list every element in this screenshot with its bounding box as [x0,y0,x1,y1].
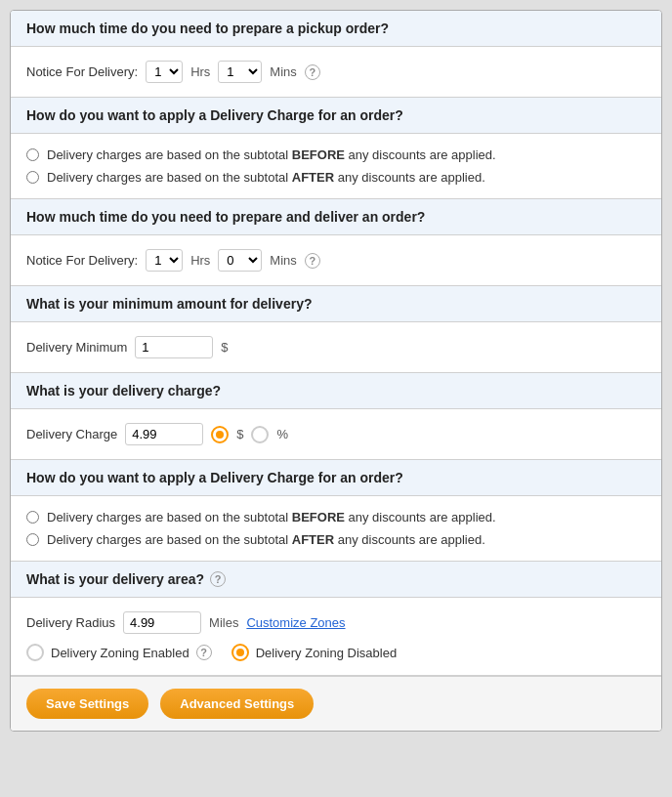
pickup-help-icon[interactable]: ? [305,64,320,80]
prepare-mins-select[interactable]: 051015 [218,249,262,272]
delivery-area-help-icon[interactable]: ? [210,571,226,587]
delivery-charge-header: What is your delivery charge? [11,373,661,409]
zoning-disabled-radio[interactable] [231,644,249,661]
charge-after-text-2: Delivery charges are based on the subtot… [47,532,485,547]
delivery-charge-section: What is your delivery charge? Delivery C… [11,373,661,460]
delivery-charge-apply-1-body: Delivery charges are based on the subtot… [11,134,661,198]
prepare-deliver-section: How much time do you need to prepare and… [11,199,661,286]
pickup-hrs-select[interactable]: 1234 [146,61,183,83]
delivery-area-section: What is your delivery area? ? Delivery R… [11,562,661,676]
delivery-charge-apply-2-section: How do you want to apply a Delivery Char… [11,460,661,562]
charge-option-before-row-1: Delivery charges are based on the subtot… [26,147,646,162]
delivery-area-header: What is your delivery area? ? [11,562,661,598]
zoning-disabled-option: Delivery Zoning Disabled [231,644,398,661]
delivery-charge-label: Delivery Charge [26,427,117,441]
delivery-minimum-title: What is your minimum amount for delivery… [26,296,312,312]
delivery-radius-row: Delivery Radius Miles Customize Zones [26,611,646,634]
charge-before-text-1: Delivery charges are based on the subtot… [47,147,496,162]
delivery-charge-apply-2-body: Delivery charges are based on the subtot… [11,496,661,561]
delivery-charge-row: Delivery Charge $ % [26,423,646,445]
delivery-radius-input[interactable] [123,611,201,634]
advanced-settings-button[interactable]: Advanced Settings [160,689,314,719]
dollar-label: $ [236,427,243,441]
charge-after-radio-1[interactable] [26,171,39,184]
delivery-minimum-header: What is your minimum amount for delivery… [11,286,661,322]
pickup-notice-label: Notice For Delivery: [26,64,138,79]
delivery-minimum-row: Delivery Minimum $ [26,336,646,358]
percent-radio[interactable] [251,426,269,443]
pickup-mins-select[interactable]: 151015 [218,61,262,83]
charge-after-text-1: Delivery charges are based on the subtot… [47,170,485,185]
zoning-enabled-label: Delivery Zoning Enabled [51,646,189,660]
prepare-deliver-header: How much time do you need to prepare and… [11,199,661,235]
pickup-time-title: How much time do you need to prepare a p… [26,21,389,36]
delivery-radius-label: Delivery Radius [26,615,115,630]
footer-bar: Save Settings Advanced Settings [11,676,661,731]
delivery-charge-input[interactable] [125,423,203,445]
dollar-radio[interactable] [211,426,229,443]
percent-label: % [276,427,288,441]
prepare-deliver-body: Notice For Delivery: 1234 Hrs 051015 Min… [11,235,661,285]
delivery-minimum-label: Delivery Minimum [26,340,127,355]
pickup-mins-unit: Mins [270,64,296,79]
pickup-hrs-unit: Hrs [190,64,210,79]
delivery-charge-apply-1-header: How do you want to apply a Delivery Char… [11,98,661,134]
page-container: How much time do you need to prepare a p… [10,10,662,732]
delivery-minimum-section: What is your minimum amount for delivery… [11,286,661,373]
charge-option-before-row-2: Delivery charges are based on the subtot… [26,510,646,524]
zoning-disabled-label: Delivery Zoning Disabled [256,646,398,660]
delivery-minimum-input[interactable] [135,336,213,358]
zoning-enabled-radio[interactable] [26,644,44,661]
prepare-notice-row: Notice For Delivery: 1234 Hrs 051015 Min… [26,249,646,272]
charge-before-radio-2[interactable] [26,511,39,524]
save-settings-button[interactable]: Save Settings [26,689,148,719]
prepare-hrs-unit: Hrs [190,253,210,268]
delivery-charge-apply-2-title: How do you want to apply a Delivery Char… [26,470,403,485]
charge-option-after-row-1: Delivery charges are based on the subtot… [26,170,646,185]
zoning-options-row: Delivery Zoning Enabled ? Delivery Zonin… [26,644,646,661]
charge-after-radio-2[interactable] [26,533,39,546]
zoning-enabled-option: Delivery Zoning Enabled ? [26,644,212,661]
zoning-enabled-help-icon[interactable]: ? [196,645,212,660]
pickup-time-body: Notice For Delivery: 1234 Hrs 151015 Min… [11,47,661,97]
delivery-charge-body: Delivery Charge $ % [11,409,661,459]
charge-option-after-row-2: Delivery charges are based on the subtot… [26,532,646,547]
delivery-charge-apply-1-title: How do you want to apply a Delivery Char… [26,107,403,123]
pickup-notice-row: Notice For Delivery: 1234 Hrs 151015 Min… [26,61,646,83]
pickup-time-section: How much time do you need to prepare a p… [11,11,661,98]
delivery-minimum-body: Delivery Minimum $ [11,322,661,372]
prepare-deliver-title: How much time do you need to prepare and… [26,209,425,225]
delivery-area-body: Delivery Radius Miles Customize Zones De… [11,598,661,675]
prepare-notice-label: Notice For Delivery: [26,253,138,268]
delivery-minimum-currency: $ [221,340,228,355]
charge-before-radio-1[interactable] [26,148,39,161]
delivery-charge-apply-1-section: How do you want to apply a Delivery Char… [11,98,661,199]
pickup-time-header: How much time do you need to prepare a p… [11,11,661,47]
prepare-hrs-select[interactable]: 1234 [146,249,183,272]
prepare-help-icon[interactable]: ? [305,253,320,269]
delivery-area-title: What is your delivery area? [26,571,204,587]
customize-zones-link[interactable]: Customize Zones [246,615,345,630]
delivery-charge-apply-2-header: How do you want to apply a Delivery Char… [11,460,661,496]
prepare-mins-unit: Mins [270,253,296,268]
charge-before-text-2: Delivery charges are based on the subtot… [47,510,496,524]
delivery-charge-title: What is your delivery charge? [26,383,221,398]
miles-label: Miles [209,615,238,630]
